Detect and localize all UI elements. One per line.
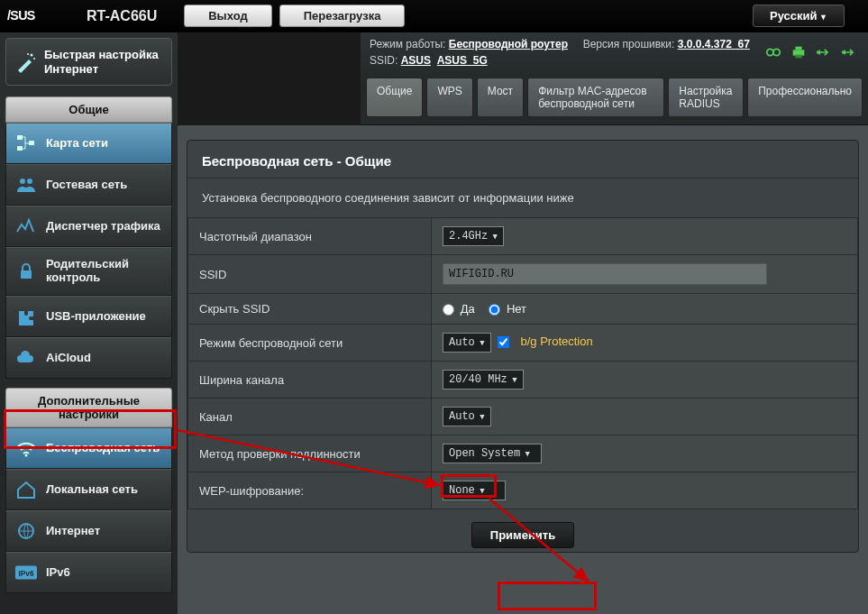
bg-protection-label: b/g Protection (520, 334, 592, 348)
svg-point-14 (767, 49, 773, 55)
model-name: RT-AC66U (87, 8, 157, 24)
status-icons (765, 45, 857, 60)
settings-table: Частотный диапазон 2.4GHz SSID Скрыть SS… (187, 217, 858, 509)
sidebar-item-label: Гостевая сеть (46, 179, 127, 192)
ssid-field-label: SSID (188, 255, 432, 294)
svg-rect-4 (17, 135, 23, 140)
sidebar-item-label: AiCloud (46, 352, 91, 365)
svg-rect-6 (29, 141, 34, 145)
tab-row: Общие WPS Мост Фильтр MAC-адресов беспро… (361, 78, 868, 125)
sidebar-item-guest-network[interactable]: Гостевая сеть (5, 164, 172, 206)
hide-ssid-label: Скрыть SSID (188, 294, 432, 325)
sidebar-item-label: Диспетчер трафика (46, 220, 160, 234)
svg-rect-17 (795, 47, 801, 50)
bg-protection-checkbox[interactable] (498, 336, 509, 348)
sidebar-item-wan[interactable]: Интернет (5, 510, 172, 552)
wand-icon (15, 52, 37, 72)
svg-text:/SUS: /SUS (7, 8, 35, 23)
wireless-mode-select[interactable]: Auto (443, 333, 491, 353)
sidebar-item-label: Карта сети (46, 137, 108, 151)
ipv6-icon: IPv6 (15, 563, 37, 582)
panel-subtitle: Установка беспроводного соединения завис… (187, 179, 858, 217)
channel-select[interactable]: Auto (443, 407, 491, 426)
section-header-advanced: Дополнительные настройки (5, 388, 172, 427)
svg-rect-18 (795, 55, 801, 59)
wireless-mode-label: Режим беспроводной сети (188, 325, 432, 362)
tab-mac-filter[interactable]: Фильтр MAC-адресов беспроводной сети (527, 78, 664, 117)
sidebar-item-label: USB-приложение (46, 310, 146, 324)
channel-width-select[interactable]: 20/40 MHz (443, 370, 524, 389)
ssid1-link[interactable]: ASUS (401, 54, 431, 67)
svg-rect-16 (793, 50, 805, 55)
svg-point-1 (31, 53, 33, 56)
settings-panel: Беспроводная сеть - Общие Установка бесп… (187, 140, 859, 553)
svg-point-8 (27, 179, 32, 184)
globe-icon (15, 521, 37, 541)
users-icon (15, 175, 37, 195)
sidebar-item-label: Беспроводная сеть (46, 442, 160, 455)
sidebar-item-network-map[interactable]: Карта сети (5, 123, 172, 164)
usb2-icon (841, 45, 857, 60)
tab-professional[interactable]: Профессионально (747, 78, 863, 117)
info-bar: Режим работы: Беспроводной роутер Версия… (361, 32, 868, 78)
sidebar: Быстрая настройка Интернет Общие Карта с… (0, 32, 178, 614)
channel-label: Канал (188, 399, 432, 435)
wep-label: WEP-шифрование: (188, 472, 432, 509)
quick-setup-label: Быстрая настройка Интернет (44, 48, 162, 76)
ssid-input[interactable] (443, 263, 767, 285)
svg-text:IPv6: IPv6 (18, 569, 33, 578)
network-map-icon (15, 133, 37, 153)
svg-rect-9 (21, 270, 32, 279)
usb-icon (816, 45, 832, 60)
svg-point-7 (20, 179, 25, 184)
sidebar-item-label: Интернет (46, 525, 100, 538)
ssid2-link[interactable]: ASUS_5G (437, 54, 488, 67)
section-header-general: Общие (5, 96, 172, 123)
fw-label: Версия прошивки: (583, 38, 675, 50)
hide-no-option[interactable]: Нет (489, 302, 526, 316)
band-select[interactable]: 2.4GHz (443, 226, 504, 246)
sidebar-item-parental-control[interactable]: Родительский контроль (5, 247, 172, 296)
ssid-label: SSID: (370, 54, 397, 67)
tab-bridge[interactable]: Мост (477, 78, 524, 117)
sidebar-item-ipv6[interactable]: IPv6 IPv6 (5, 552, 172, 593)
sidebar-item-aicloud[interactable]: AiCloud (5, 337, 172, 379)
quick-setup-button[interactable]: Быстрая настройка Интернет (5, 38, 172, 86)
auth-method-select[interactable]: Open System (443, 444, 542, 463)
fw-link[interactable]: 3.0.0.4.372_67 (678, 38, 750, 50)
svg-rect-5 (17, 146, 23, 151)
wifi-icon (15, 438, 37, 458)
reboot-button[interactable]: Перезагрузка (279, 5, 406, 27)
sidebar-item-traffic-manager[interactable]: Диспетчер трафика (5, 206, 172, 247)
printer-icon (790, 45, 807, 60)
puzzle-icon (15, 307, 37, 326)
panel-title: Беспроводная сеть - Общие (187, 141, 858, 179)
asus-logo: /SUS (7, 6, 78, 26)
sidebar-item-lan[interactable]: Локальная сеть (5, 469, 172, 510)
channel-width-label: Ширина канала (188, 362, 432, 399)
mode-link[interactable]: Беспроводной роутер (449, 38, 568, 50)
logout-button[interactable]: Выход (184, 5, 271, 27)
svg-point-15 (773, 49, 780, 55)
top-header: /SUS RT-AC66U Выход Перезагрузка Русский (0, 0, 868, 32)
tab-general[interactable]: Общие (366, 78, 423, 117)
apply-button[interactable]: Применить (471, 522, 574, 548)
tab-wps[interactable]: WPS (426, 78, 472, 117)
svg-point-2 (33, 58, 35, 60)
svg-point-3 (27, 53, 29, 55)
mode-label: Режим работы: (370, 38, 445, 50)
band-label: Частотный диапазон (188, 218, 432, 255)
svg-point-20 (842, 50, 845, 53)
hide-yes-option[interactable]: Да (443, 302, 475, 316)
sidebar-item-wireless[interactable]: Беспроводная сеть (5, 427, 172, 469)
sidebar-item-label: Родительский контроль (46, 258, 162, 285)
auth-method-label: Метод проверки подлинности (188, 435, 432, 472)
lock-icon (15, 261, 37, 281)
tab-radius[interactable]: Настройка RADIUS (668, 78, 744, 117)
sidebar-item-label: IPv6 (46, 566, 70, 580)
language-selector[interactable]: Русский (753, 5, 845, 27)
link-status-icon (765, 45, 781, 60)
wep-select[interactable]: None (443, 481, 506, 500)
sidebar-item-usb-app[interactable]: USB-приложение (5, 296, 172, 337)
sidebar-item-label: Локальная сеть (46, 483, 138, 497)
